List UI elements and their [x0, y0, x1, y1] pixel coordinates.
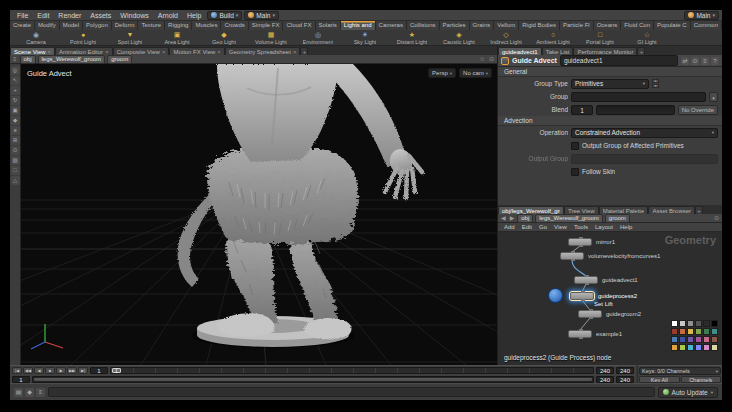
shelf-tab[interactable]: Oceans [594, 21, 622, 30]
group-field[interactable] [571, 92, 706, 102]
network-menu-item[interactable]: View [551, 223, 570, 232]
input-switch-icon[interactable]: ⇄ [681, 57, 689, 65]
pane-tab[interactable]: Motion FX View × [169, 47, 224, 55]
shelf-tool[interactable]: ☆ GI Light [624, 30, 670, 45]
next-key-button[interactable]: ▶▶ [67, 367, 77, 374]
shelf-tab[interactable]: Model [60, 21, 83, 30]
shelf-tab[interactable]: Modify [35, 21, 60, 30]
range-end-field-2[interactable]: 240 [616, 367, 634, 374]
palette-swatch[interactable] [695, 336, 702, 343]
shelf-tab[interactable]: Rigging [165, 21, 192, 30]
current-frame-field[interactable]: 1 [90, 367, 108, 374]
key-all-button[interactable]: Key All [639, 376, 680, 383]
playhead[interactable]: 1 [112, 368, 121, 373]
network-menu-item[interactable]: Layout [592, 223, 616, 232]
shelf-tab[interactable]: Particle Fl [560, 21, 594, 30]
palette-swatch[interactable] [703, 328, 710, 335]
palette-swatch[interactable] [671, 328, 678, 335]
grid-toggle-icon[interactable]: ⊞ [11, 136, 20, 145]
close-icon[interactable]: × [217, 49, 221, 55]
render-view-icon[interactable]: △ [11, 176, 20, 185]
follow-skin-checkbox[interactable] [571, 168, 579, 176]
palette-swatch[interactable] [695, 328, 702, 335]
shelf-tool[interactable]: ◉ Camera [13, 30, 59, 45]
palette-swatch[interactable] [687, 328, 694, 335]
group-type-spinner[interactable]: ▲▼ [652, 79, 659, 88]
menu-item[interactable]: Arnold [154, 10, 182, 21]
palette-swatch[interactable] [671, 336, 678, 343]
gear-menu-icon[interactable]: ≡ [701, 57, 709, 65]
shelf-tab[interactable]: Grains [470, 21, 495, 30]
shelf-tab[interactable]: Collisions [407, 21, 440, 30]
view-tool-icon[interactable]: ◎ [11, 66, 20, 75]
pin-icon[interactable]: ⊙ [691, 57, 699, 65]
network-node[interactable]: guideprocess2 [570, 292, 624, 301]
shelf-tab[interactable]: Texture [138, 21, 165, 30]
operation-dropdown[interactable]: Constrained Advection ▾ [571, 128, 718, 138]
select-prims-icon[interactable]: ▧ [11, 156, 20, 165]
scale-tool-icon[interactable]: ▣ [11, 106, 20, 115]
jump-to-end-button[interactable]: ▶| [78, 367, 88, 374]
node-body[interactable] [560, 252, 584, 260]
path-segment[interactable]: groom [107, 55, 132, 64]
jump-to-start-button[interactable]: |◀ [12, 367, 22, 374]
shelf-tool[interactable]: ☀ Sky Light [342, 30, 388, 45]
path-segment[interactable]: legs_Werewolf_groom [38, 55, 106, 64]
global-end-field-2[interactable]: 240 [616, 376, 634, 383]
stop-button[interactable]: ■ [45, 367, 55, 374]
memory-icon[interactable]: ≡ [36, 388, 45, 397]
shelf-tab[interactable]: Create [10, 21, 35, 30]
global-start-field[interactable]: 1 [12, 376, 30, 383]
palette-swatch[interactable] [711, 336, 718, 343]
auto-update-selector[interactable]: Auto Update ▾ [658, 387, 718, 398]
snapshot-icon[interactable]: ☆ [479, 55, 486, 63]
blend-field[interactable]: 1 [571, 105, 593, 115]
shelf-tab[interactable]: Deform [112, 21, 139, 30]
new-tab-button[interactable]: + [637, 47, 645, 55]
translate-tool-icon[interactable]: + [11, 86, 20, 95]
network-menu-item[interactable]: Tools [571, 223, 591, 232]
shelf-tool[interactable]: ◈ Caustic Light [436, 30, 482, 45]
shelf-tool[interactable]: ● Point Light [60, 30, 106, 45]
new-tab-button[interactable]: + [695, 206, 703, 214]
shelf-tab[interactable]: Fluid Con [621, 21, 654, 30]
section-advection[interactable]: Advection [498, 116, 722, 126]
shelf-tool[interactable]: ▦ Volume Light [248, 30, 294, 45]
range-end-field[interactable]: 240 [596, 367, 614, 374]
shelf-tab[interactable]: Vellum [494, 21, 519, 30]
rotate-tool-icon[interactable]: ↻ [11, 96, 20, 105]
select-points-icon[interactable]: ⊙ [11, 146, 20, 155]
desktop-selector[interactable]: Build ▾ [207, 11, 242, 20]
pane-tab[interactable]: Geometry Spreadsheet × [225, 47, 301, 55]
shelf-tab[interactable]: Lights and [341, 21, 376, 30]
palette-swatch[interactable] [711, 344, 718, 351]
section-general[interactable]: General [498, 67, 722, 77]
palette-swatch[interactable] [703, 344, 710, 351]
forward-icon[interactable]: ▶ [509, 214, 516, 222]
close-icon[interactable]: × [293, 49, 297, 55]
shelf-tab[interactable]: Rigid Bodies [519, 21, 560, 30]
network-node[interactable]: guidegroom2 [578, 310, 632, 319]
shelf-tab[interactable]: Crowds [221, 21, 248, 30]
shelf-tab[interactable]: Common [691, 21, 722, 30]
palette-swatch[interactable] [671, 320, 678, 327]
network-graph[interactable]: Geometry mirror1 [498, 232, 722, 365]
network-node[interactable]: mirror1 [568, 238, 622, 247]
camera-select[interactable]: No cam ▾ [459, 68, 492, 78]
menu-item[interactable]: Assets [86, 10, 115, 21]
display-options-icon[interactable]: □ [11, 166, 20, 175]
node-body[interactable] [568, 330, 592, 338]
shelf-tab[interactable]: Polygon [83, 21, 112, 30]
new-tab-button[interactable]: + [300, 47, 308, 55]
path-segment[interactable]: legs_Werewolf_groom [535, 214, 603, 223]
menu-item[interactable]: Windows [116, 10, 152, 21]
path-segment[interactable]: obj [517, 214, 533, 223]
palette-swatch[interactable] [711, 328, 718, 335]
palette-swatch[interactable] [703, 336, 710, 343]
pose-tool-icon[interactable]: ◆ [11, 116, 20, 125]
shelf-tab[interactable]: Cameras [376, 21, 407, 30]
pin-icon[interactable]: ⊙ [488, 55, 495, 63]
take-selector[interactable]: Main ▾ [244, 11, 279, 20]
shelf-tool[interactable]: ◆ Geo Light [201, 30, 247, 45]
node-name-field[interactable]: guideadvect1 [560, 55, 678, 66]
